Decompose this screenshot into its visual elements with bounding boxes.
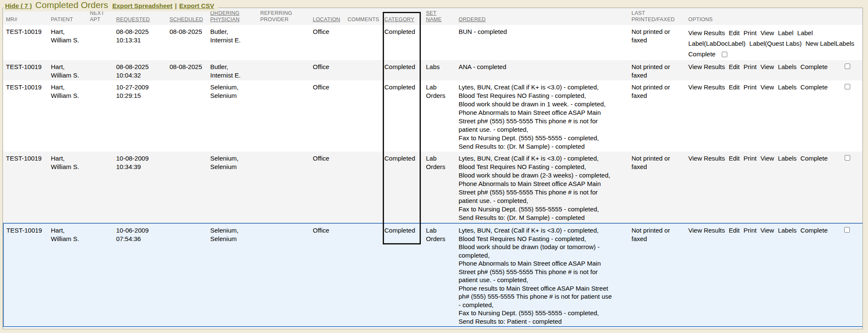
cell-next_apt	[87, 60, 114, 80]
option-link-view[interactable]: View	[760, 155, 774, 162]
cell-options: View ResultsEditPrintViewLabelsComplete	[686, 152, 863, 223]
option-link-label[interactable]: Label	[778, 29, 793, 36]
cell-patient: Hart, William S.	[48, 25, 87, 60]
cell-next_apt	[87, 80, 114, 152]
hide-link[interactable]: Hide ( 7 )	[5, 2, 32, 9]
option-link-edit[interactable]: Edit	[729, 63, 740, 70]
option-link-view-results[interactable]: View Results	[688, 227, 725, 234]
cell-location: Office	[310, 223, 345, 327]
complete-checkbox[interactable]	[845, 155, 850, 161]
option-link-complete[interactable]: Complete	[801, 227, 828, 234]
cell-set_name	[423, 25, 456, 60]
option-link-label-labdoclabel[interactable]: Label(LabDocLabel)	[688, 40, 746, 47]
option-link-view-results[interactable]: View Results	[688, 63, 725, 70]
cell-last_printed_faxed: Not printed or faxed	[629, 60, 686, 80]
cell-physician: Butler, Internist E.	[208, 60, 258, 80]
col-header-location[interactable]: LOCATION	[310, 8, 345, 25]
option-link-view-results[interactable]: View Results	[688, 83, 725, 91]
col-header-category[interactable]: CATEGORY	[382, 8, 423, 25]
options-line: View ResultsEditPrintViewLabelsComplete	[688, 83, 832, 92]
option-link-view-results[interactable]: View Results	[688, 29, 725, 36]
option-link-edit[interactable]: Edit	[729, 83, 740, 91]
order-row: TEST-10019Hart, William S.08-08-2025 10:…	[3, 60, 863, 80]
cell-mr: TEST-10019	[3, 223, 48, 327]
col-header-options: OPTIONS	[686, 8, 863, 25]
option-link-labels[interactable]: Labels	[778, 155, 796, 162]
cell-comments	[345, 60, 382, 80]
cell-requested: 10-08-2009 10:34:39	[114, 152, 167, 223]
option-link-complete[interactable]: Complete	[801, 155, 828, 162]
option-link-print[interactable]: Print	[743, 155, 757, 162]
option-link-labels[interactable]: Labels	[778, 63, 796, 70]
cell-location: Office	[310, 152, 345, 223]
cell-ordered: ANA - completed	[456, 60, 629, 80]
cell-patient: Hart, William S.	[48, 80, 87, 152]
option-link-print[interactable]: Print	[743, 227, 757, 234]
option-link-new-labellabels[interactable]: New LabelLabels	[806, 40, 854, 47]
col-header-ordered[interactable]: ORDERED	[456, 8, 629, 25]
completed-orders-table: MR#PATIENTNEXT APTREQUESTEDSCHEDULEDORDE…	[3, 8, 863, 327]
options-cell-content: View ResultsEditPrintViewLabelsComplete	[688, 226, 861, 235]
option-link-labels[interactable]: Labels	[778, 83, 796, 91]
cell-set_name: Lab Orders	[423, 223, 456, 327]
cell-next_apt	[87, 152, 114, 223]
cell-patient: Hart, William S.	[48, 152, 87, 223]
options-cell-content: View ResultsEditPrintViewLabelsComplete	[688, 83, 861, 92]
option-link-view[interactable]: View	[760, 227, 774, 234]
option-link-complete[interactable]: Complete	[801, 83, 828, 91]
cell-ordered: Lytes, BUN, Creat (Call if K+ is <3.0) -…	[456, 223, 629, 327]
option-link-print[interactable]: Print	[743, 29, 757, 36]
options-cell-content: View ResultsEditPrintViewLabelLabelLabel…	[688, 28, 861, 59]
cell-comments	[345, 80, 382, 152]
option-link-view[interactable]: View	[760, 29, 774, 36]
options-line: View ResultsEditPrintViewLabelLabel	[688, 28, 861, 38]
cell-set_name: Lab Orders	[423, 80, 456, 152]
cell-mr: TEST-10019	[3, 152, 48, 223]
option-link-view[interactable]: View	[760, 63, 774, 70]
cell-ordered: BUN - completed	[456, 25, 629, 60]
option-link-label-quest-labs[interactable]: Label(Quest Labs)	[749, 40, 801, 47]
option-link-edit[interactable]: Edit	[729, 29, 740, 36]
cell-scheduled	[167, 223, 208, 327]
cell-ordered: Lytes, BUN, Creat (Call if K+ is <3.0) -…	[456, 80, 629, 152]
option-link-print[interactable]: Print	[743, 83, 757, 91]
options-cell-content: View ResultsEditPrintViewLabelsComplete	[688, 63, 861, 71]
cell-next_apt	[87, 223, 114, 327]
cell-options: View ResultsEditPrintViewLabelsComplete	[686, 223, 863, 327]
option-link-view-results[interactable]: View Results	[688, 155, 725, 162]
cell-scheduled	[167, 152, 208, 223]
col-header-comments: COMMENTS	[345, 8, 382, 25]
options-line: View ResultsEditPrintViewLabelsComplete	[688, 226, 832, 235]
option-link-label[interactable]: Label	[797, 29, 813, 36]
order-row: TEST-10019Hart, William S.10-27-2009 10:…	[3, 80, 863, 152]
completed-orders-panel: MR#PATIENTNEXT APTREQUESTEDSCHEDULEDORDE…	[3, 8, 863, 329]
col-header-set_name[interactable]: SET NAME	[423, 8, 456, 25]
option-link-print[interactable]: Print	[743, 63, 757, 70]
panel-title: Completed Orders	[35, 0, 108, 10]
cell-provider	[258, 223, 310, 327]
cell-next_apt	[87, 25, 114, 60]
option-link-complete[interactable]: Complete	[801, 63, 828, 70]
complete-checkbox[interactable]	[722, 52, 727, 57]
complete-checkbox[interactable]	[845, 64, 850, 69]
cell-category: Completed	[382, 152, 423, 223]
cell-location: Office	[310, 80, 345, 152]
cell-last_printed_faxed: Not printed or faxed	[629, 25, 686, 60]
cell-category: Completed	[382, 25, 423, 60]
export-spreadsheet-link[interactable]: Export Spreadsheet	[112, 2, 172, 9]
option-link-labels[interactable]: Labels	[778, 227, 796, 234]
export-csv-link[interactable]: Export CSV	[179, 2, 214, 9]
complete-checkbox[interactable]	[845, 84, 850, 89]
option-link-edit[interactable]: Edit	[729, 227, 740, 234]
option-link-complete[interactable]: Complete	[688, 50, 715, 58]
cell-options: View ResultsEditPrintViewLabelsComplete	[686, 60, 863, 80]
cell-comments	[345, 223, 382, 327]
cell-ordered: Lytes, BUN, Creat (Call if K+ is <3.0) -…	[456, 152, 629, 223]
option-link-edit[interactable]: Edit	[729, 155, 740, 162]
cell-mr: TEST-10019	[3, 60, 48, 80]
cell-last_printed_faxed: Not printed or faxed	[629, 80, 686, 152]
cell-requested: 08-08-2025 10:13:31	[114, 25, 167, 60]
complete-checkbox[interactable]	[844, 227, 850, 233]
cell-patient: Hart, William S.	[48, 223, 87, 327]
option-link-view[interactable]: View	[760, 83, 774, 91]
